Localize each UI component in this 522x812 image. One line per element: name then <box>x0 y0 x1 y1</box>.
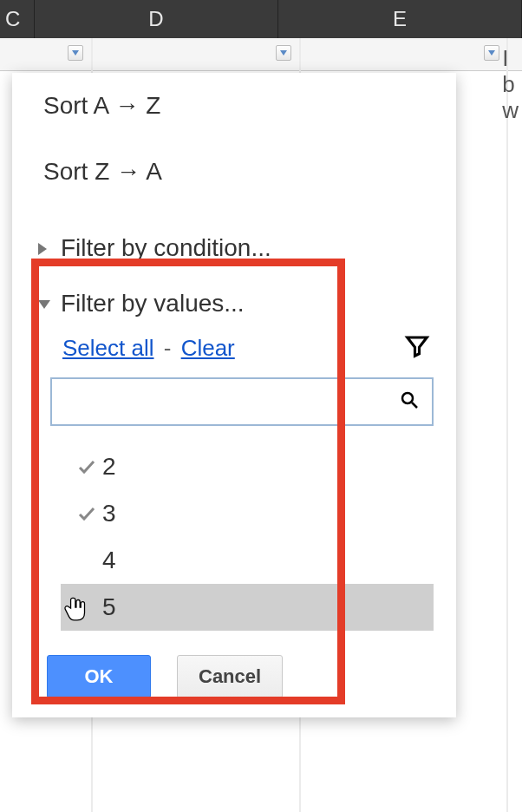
filter-search-wrap <box>50 377 434 426</box>
column-header-c[interactable]: C <box>0 0 35 38</box>
column-header-e[interactable]: E <box>278 0 522 38</box>
filter-funnel-icon[interactable] <box>404 333 430 363</box>
filter-by-condition-label: Filter by condition... <box>61 234 271 262</box>
check-icon <box>71 456 102 477</box>
clear-link[interactable]: Clear <box>181 335 235 361</box>
filter-value-item[interactable]: 5 <box>61 584 434 631</box>
filter-panel: Sort A → Z Sort Z → A Filter by conditio… <box>12 73 456 717</box>
filter-value-item[interactable]: 3 <box>61 490 434 537</box>
search-icon[interactable] <box>399 390 420 414</box>
cursor-hand-icon <box>62 593 92 622</box>
filter-by-condition-section[interactable]: Filter by condition... <box>12 220 456 276</box>
button-row: OK Cancel <box>12 631 456 698</box>
separator: - <box>164 335 172 361</box>
filter-toggle-c[interactable] <box>68 45 83 61</box>
svg-line-4 <box>412 403 417 408</box>
column-header-row: C D E <box>0 0 522 38</box>
filter-value-label: 5 <box>102 593 116 621</box>
svg-point-3 <box>402 393 413 403</box>
filter-toggle-row <box>0 38 522 71</box>
filter-value-label: 4 <box>102 547 116 574</box>
ok-button[interactable]: OK <box>47 655 151 698</box>
check-icon <box>71 503 102 524</box>
svg-marker-1 <box>280 50 287 56</box>
column-header-d[interactable]: D <box>35 0 278 38</box>
filter-value-label: 2 <box>102 453 116 481</box>
filter-value-item[interactable]: 2 <box>61 443 434 490</box>
sort-az-item[interactable]: Sort A → Z <box>12 73 456 139</box>
select-all-link[interactable]: Select all <box>62 335 154 361</box>
svg-marker-0 <box>72 50 79 56</box>
sort-za-item[interactable]: Sort Z → A <box>12 139 456 205</box>
chevron-down-icon <box>38 300 50 309</box>
cell-text-fragment: I b w <box>502 45 519 123</box>
gridline <box>506 38 508 812</box>
filter-value-list: 2 3 4 5 <box>12 443 456 631</box>
filter-toggle-e[interactable] <box>484 45 499 61</box>
chevron-right-icon <box>38 243 47 255</box>
filter-by-values-section[interactable]: Filter by values... <box>12 276 456 331</box>
filter-value-item[interactable]: 4 <box>61 537 434 584</box>
filter-value-label: 3 <box>102 500 116 527</box>
filter-toggle-d[interactable] <box>276 45 291 61</box>
cancel-button[interactable]: Cancel <box>177 655 283 698</box>
svg-marker-2 <box>488 50 495 56</box>
filter-search-input[interactable] <box>64 379 399 424</box>
select-links-row: Select all - Clear <box>12 331 456 377</box>
filter-by-values-label: Filter by values... <box>61 290 245 318</box>
